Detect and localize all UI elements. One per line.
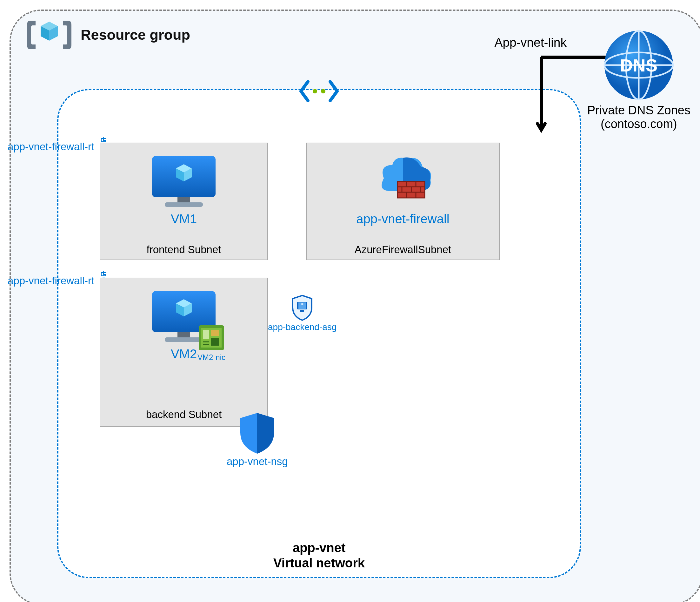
- svg-rect-25: [211, 330, 219, 336]
- route-table-backend-label: app-vnet-firewall-rt: [8, 275, 94, 287]
- frontend-subnet: VM1 frontend Subnet: [100, 143, 268, 260]
- resource-group-icon: [25, 16, 73, 54]
- svg-rect-30: [300, 310, 304, 312]
- svg-text:DNS: DNS: [620, 55, 657, 75]
- svg-rect-15: [165, 202, 203, 207]
- vm1-label: VM1: [100, 212, 267, 226]
- nsg: app-vnet-nsg: [227, 411, 288, 467]
- firewall-icon: [366, 206, 440, 211]
- vm2-label: VM2: [100, 347, 267, 361]
- route-table-frontend: app-vnet-firewall-rt: [8, 137, 112, 156]
- svg-rect-20: [177, 332, 190, 338]
- asg-icon: [290, 293, 315, 322]
- svg-rect-14: [177, 197, 190, 203]
- svg-point-3: [313, 89, 317, 93]
- asg: app-backend-asg: [268, 293, 336, 332]
- nic: VM2-nic: [196, 323, 227, 362]
- virtual-network-box: app-vnet-firewall-rt app-vnet-firewall-r…: [57, 89, 581, 578]
- vnet-caption: app-vnetVirtual network: [58, 540, 580, 571]
- nic-label: VM2-nic: [196, 353, 227, 362]
- route-table-backend: app-vnet-firewall-rt: [8, 271, 112, 290]
- frontend-subnet-name: frontend Subnet: [100, 244, 267, 256]
- vm-icon: [147, 206, 220, 211]
- nsg-label: app-vnet-nsg: [227, 456, 288, 467]
- svg-rect-24: [203, 330, 209, 339]
- firewall-subnet: app-vnet-firewall AzureFirewallSubnet: [306, 143, 500, 260]
- route-table-frontend-label: app-vnet-firewall-rt: [8, 141, 94, 153]
- dns-zone: DNS Private DNS Zones(contoso.com): [587, 29, 691, 131]
- resource-group-title: Resource group: [81, 27, 190, 43]
- firewall-subnet-name: AzureFirewallSubnet: [307, 244, 499, 256]
- firewall-label: app-vnet-firewall: [307, 212, 499, 226]
- vnet-icon: [298, 80, 340, 102]
- dns-icon: DNS: [602, 29, 675, 102]
- svg-rect-26: [211, 338, 219, 346]
- asg-label: app-backend-asg: [268, 322, 336, 332]
- backend-subnet: VM2-nic VM2 backend Subnet: [100, 278, 268, 427]
- svg-point-4: [321, 89, 325, 93]
- nsg-icon: [236, 411, 278, 456]
- dns-caption: Private DNS Zones(contoso.com): [587, 103, 691, 131]
